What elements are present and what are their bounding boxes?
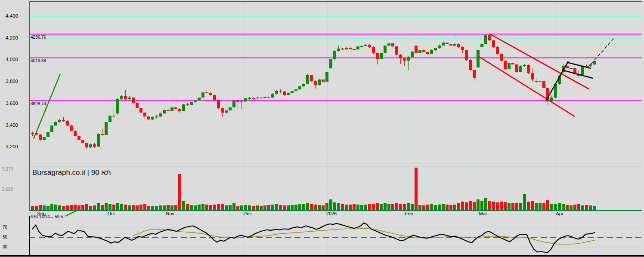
month-label-Sep: Sep — [37, 211, 46, 216]
volume-bar — [198, 205, 201, 210]
volume-bar — [302, 204, 305, 210]
candle-body — [353, 49, 356, 50]
candle-body — [318, 80, 321, 85]
volume-bar — [240, 205, 243, 210]
volume-bar — [438, 205, 441, 210]
volume-bar — [112, 205, 115, 210]
candle-body — [461, 47, 464, 50]
volume-bar — [484, 198, 487, 210]
candle-body — [422, 50, 425, 52]
volume-bar — [341, 204, 344, 210]
volume-bar — [380, 204, 383, 210]
volume-bar — [360, 205, 363, 210]
volume-bar — [418, 205, 421, 210]
price-axis-label-4000: 4,000 — [1, 57, 18, 62]
candle-body — [515, 64, 518, 72]
candle-body — [167, 110, 170, 111]
candle-body — [120, 96, 123, 99]
volume-bar — [267, 205, 270, 210]
candle-body — [31, 133, 34, 134]
candle-body — [46, 132, 50, 137]
volume-bar — [70, 205, 73, 210]
candle-body — [496, 47, 499, 54]
black-dashed-breakout — [588, 38, 614, 68]
candle-body — [345, 48, 348, 49]
candle-body — [449, 44, 452, 46]
candle-body — [310, 75, 313, 80]
candle-body — [263, 97, 266, 98]
volume-bar — [372, 204, 375, 210]
candle-body — [236, 101, 239, 102]
volume-bar — [469, 201, 472, 210]
candle-body — [244, 98, 247, 101]
volume-bar — [217, 204, 220, 210]
candle-body — [306, 75, 309, 84]
volume-bar — [275, 204, 278, 210]
candle-body — [101, 134, 104, 135]
candle-body — [213, 95, 216, 100]
candle-body — [430, 50, 433, 54]
month-label-Apr: Apr — [556, 211, 563, 216]
volume-bar — [124, 205, 127, 210]
volume-bar — [473, 202, 476, 210]
candle-body — [314, 81, 317, 86]
candle-body — [438, 46, 441, 48]
candle-body — [108, 116, 111, 122]
candle-body — [473, 70, 476, 78]
volume-bar — [449, 205, 452, 210]
candle-body — [399, 55, 402, 58]
candle-body — [105, 122, 108, 135]
volume-bar — [422, 205, 425, 210]
volume-bar — [132, 205, 135, 210]
volume-bar — [143, 204, 146, 210]
volume-bar — [333, 202, 336, 210]
volume-bar — [105, 203, 108, 210]
candle-body — [89, 144, 92, 147]
volume-bar — [376, 203, 379, 210]
candle-body — [581, 66, 584, 75]
volume-bar — [50, 204, 53, 210]
candle-body — [201, 92, 204, 98]
chart-canvas — [0, 0, 644, 257]
volume-bar — [539, 203, 542, 210]
candle-body — [66, 121, 69, 125]
volume-bar — [190, 205, 193, 210]
candle-body — [139, 108, 142, 113]
volume-bar — [244, 205, 247, 210]
volume-bar — [167, 205, 170, 210]
volume-bar — [426, 205, 429, 210]
candle-body — [143, 113, 146, 117]
volume-bar — [310, 204, 313, 210]
volume-bar — [194, 205, 197, 210]
volume-bar — [329, 199, 332, 210]
volume-bar — [205, 205, 208, 210]
volume-bar — [391, 204, 394, 210]
price-axis-label-4400: 4,400 — [1, 13, 18, 18]
candle-body — [291, 91, 294, 93]
volume-bar — [170, 205, 173, 210]
candle-body — [407, 57, 410, 61]
candle-body — [442, 43, 445, 46]
volume-bar — [558, 203, 561, 210]
volume-bar — [229, 205, 232, 210]
volume-bar — [62, 206, 65, 210]
volume-bar — [570, 205, 573, 210]
candle-body — [403, 58, 406, 61]
volume-bar — [508, 203, 511, 210]
candle-body — [287, 93, 290, 95]
candle-body — [411, 52, 414, 57]
volume-bar — [128, 205, 131, 210]
volume-bar — [74, 205, 77, 210]
candle-body — [136, 103, 139, 108]
volume-bar — [182, 201, 185, 210]
volume-bar — [546, 200, 549, 210]
volume-bar — [186, 204, 189, 210]
volume-bar — [314, 205, 317, 210]
candle-body — [229, 107, 232, 110]
candle-body — [302, 84, 305, 86]
candle-body — [542, 81, 545, 88]
level-value-label-4019.68: 4019.68 — [31, 58, 46, 63]
volume-bar — [593, 206, 596, 210]
volume-bar — [116, 203, 119, 210]
candle-body — [376, 53, 379, 59]
